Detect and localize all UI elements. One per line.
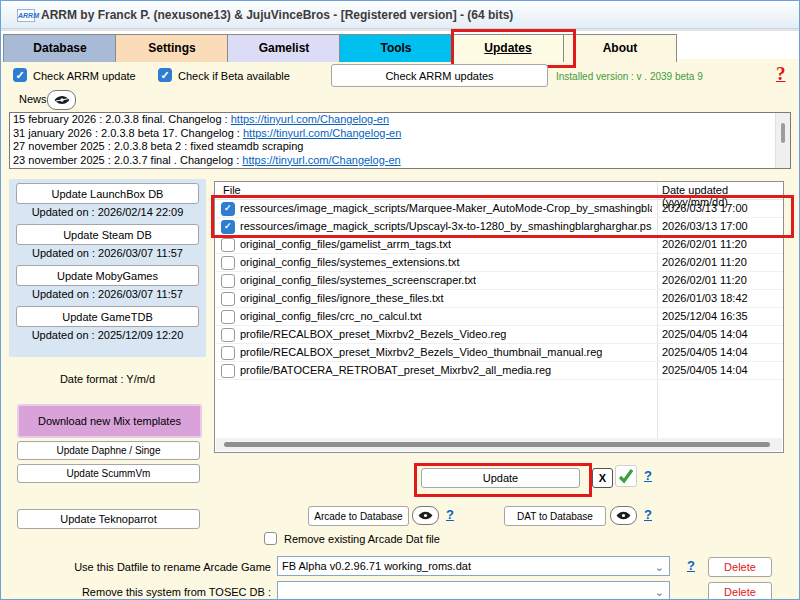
tab[interactable]: Settings [115,34,229,62]
title-bar: ARRM ARRM by Franck P. (nexusone13) & Ju… [1,1,800,29]
row-filename: original_config_files/crc_no_calcul.txt [240,310,422,322]
tab[interactable]: Gamelist [227,34,341,62]
updated-on-text: Updated on : 2025/12/09 12:20 [9,329,206,341]
datfile-delete-button[interactable]: Delete [708,557,772,577]
help-icon[interactable]: ? [776,63,786,85]
table-header: File Date updated (yyyy/mm/dd) [215,182,783,200]
tab-label: Gamelist [259,35,310,61]
table-row[interactable]: original_config_files/systemes_extension… [215,254,783,272]
updated-on-text: Updated on : 2026/02/14 22:09 [9,206,206,218]
app-icon: ARRM [17,9,35,22]
news-text: 15 february 2026 : 2.0.3.8 final. Change… [13,113,231,125]
check-arrm-update-checkbox[interactable] [13,68,27,82]
tab-label: Settings [148,35,195,61]
row-checkbox[interactable] [221,310,235,324]
update-teknoparrot-button[interactable]: Update Teknoparrot [17,509,200,529]
update-button[interactable]: Update [421,468,580,488]
dat-help-icon[interactable]: ? [644,507,652,522]
table-row[interactable]: ressources/image_magick_scripts/Marquee-… [215,200,783,218]
tab-label: Updates [484,35,531,61]
eye-icon [54,95,70,105]
table-hscrollbar-thumb[interactable] [224,442,770,447]
news-scrollbar[interactable] [775,113,790,168]
row-checkbox[interactable] [221,220,235,234]
window-title: ARRM by Franck P. (nexusone13) & JujuVin… [41,8,513,22]
dat-eye-button[interactable] [610,506,637,525]
table-row[interactable]: profile/RECALBOX_preset_Mixrbv2_Bezels_V… [215,344,783,362]
news-changelog-link[interactable]: https://tinyurl.com/Changelog-en [242,154,400,166]
table-row[interactable]: original_config_files/crc_no_calcul.txt … [215,308,783,326]
row-date: 2026/01/03 18:42 [662,292,748,304]
update-scummvm-button[interactable]: Update ScummVm [17,464,200,483]
table-row[interactable]: original_config_files/gamelist_arrm_tags… [215,236,783,254]
download-mix-templates-button[interactable]: Download new Mix templates [17,404,202,438]
table-row[interactable]: original_config_files/ignore_these_files… [215,290,783,308]
news-changelog-link[interactable]: https://tinyurl.com/Changelog-en [243,127,401,139]
update-db-button[interactable]: Update MobyGames [16,265,199,286]
table-hscrollbar[interactable] [216,438,782,451]
news-box: 15 february 2026 : 2.0.3.8 final. Change… [9,112,791,169]
update-db-button[interactable]: Update GameTDB [16,306,199,327]
updated-on-text: Updated on : 2026/03/07 11:57 [9,247,206,259]
row-checkbox[interactable] [221,256,235,270]
table-row[interactable]: ressources/image_magick_scripts/Upscayl-… [215,218,783,236]
remove-existing-dat-checkbox[interactable] [264,532,277,545]
datfile-label: Use this Datfile to rename Arcade Game [1,561,271,573]
row-date: 2025/04/05 14:04 [662,364,748,376]
check-arrm-updates-button[interactable]: Check ARRM updates [331,64,548,87]
arcade-help-icon[interactable]: ? [446,507,454,522]
news-line: 23 november 2025 : 2.0.3.7 final . Chang… [10,154,790,168]
tosec-label: Remove this system from TOSEC DB : [1,586,271,598]
green-check-icon [616,466,636,486]
check-beta-label: Check if Beta available [178,70,290,82]
column-file[interactable]: File [223,184,241,196]
row-date: 2026/03/13 17:00 [662,220,748,232]
arcade-to-database-button[interactable]: Arcade to Database [308,506,409,526]
db-update-panel: Update LaunchBox DB Updated on : 2026/02… [9,179,206,357]
tab[interactable]: Tools [339,34,453,62]
row-filename: profile/RECALBOX_preset_Mixrbv2_Bezels_V… [240,346,602,358]
update-help-icon[interactable]: ? [644,468,652,483]
row-checkbox[interactable] [221,202,235,216]
news-scrollbar-thumb[interactable] [781,123,785,143]
chevron-down-icon[interactable]: ⌄ [655,558,664,576]
db-entry: Update MobyGames Updated on : 2026/03/07… [9,261,206,300]
tab[interactable]: Updates [451,34,565,62]
chevron-down-icon[interactable]: ⌄ [655,583,664,600]
tab-label: Tools [380,35,411,61]
check-beta-checkbox[interactable] [158,68,172,82]
update-db-button[interactable]: Update Steam DB [16,224,199,245]
datfile-help-icon[interactable]: ? [687,558,695,573]
table-row[interactable]: profile/BATOCERA_RETROBAT_preset_Mixrbv2… [215,362,783,380]
table-row[interactable]: profile/RECALBOX_preset_Mixrbv2_Bezels_V… [215,326,783,344]
tab-label: Database [33,35,86,61]
row-checkbox[interactable] [221,346,235,360]
row-checkbox[interactable] [221,238,235,252]
datfile-combobox[interactable]: FB Alpha v0.2.96.71 working_roms.dat ⌄ [277,556,670,576]
check-all-button[interactable] [615,465,637,487]
row-checkbox[interactable] [221,328,235,342]
news-line: 31 january 2026 : 2.0.3.8 beta 17. Chang… [10,127,790,141]
datfile-value: FB Alpha v0.2.96.71 working_roms.dat [282,560,471,572]
tosec-combobox[interactable]: ⌄ [277,581,670,600]
update-daphne-button[interactable]: Update Daphne / Singe [17,441,200,460]
row-checkbox[interactable] [221,274,235,288]
tab[interactable]: About [563,34,677,62]
update-db-button[interactable]: Update LaunchBox DB [16,183,199,204]
news-eye-button[interactable] [47,90,76,110]
tab[interactable]: Database [3,34,117,62]
dat-to-database-button[interactable]: DAT to Database [504,506,606,526]
row-checkbox[interactable] [221,364,235,378]
table-row[interactable]: original_config_files/systemes_screenscr… [215,272,783,290]
news-changelog-link[interactable]: https://tinyurl.com/Changelog-en [231,113,389,125]
row-date: 2025/12/04 16:35 [662,310,748,322]
row-checkbox[interactable] [221,292,235,306]
arcade-eye-button[interactable] [412,506,439,525]
row-date: 2025/04/05 14:04 [662,346,748,358]
arrm-window: ARRM ARRM by Franck P. (nexusone13) & Ju… [0,0,800,600]
row-date: 2026/02/01 11:20 [662,274,747,286]
db-entry: Update LaunchBox DB Updated on : 2026/02… [9,179,206,218]
row-filename: ressources/image_magick_scripts/Marquee-… [240,202,652,214]
uncheck-all-button[interactable]: X [592,468,613,488]
tosec-delete-button[interactable]: Delete [708,582,772,600]
